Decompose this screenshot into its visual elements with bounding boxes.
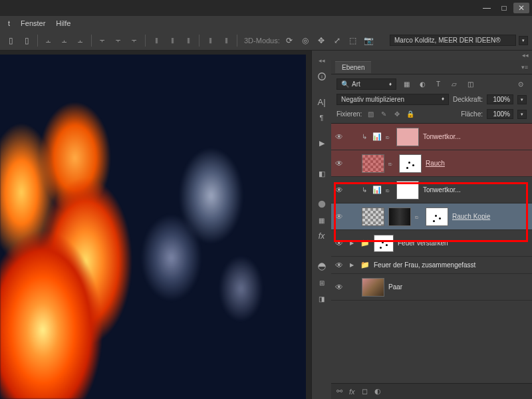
- levels-adj-icon: 📊: [372, 132, 382, 141]
- lock-transparency-icon[interactable]: ▨: [366, 110, 375, 119]
- fill-arrow[interactable]: ▾: [517, 110, 527, 119]
- distribute-icon[interactable]: ⦀: [166, 34, 179, 47]
- maximize-button[interactable]: □: [496, 3, 512, 13]
- layer-name[interactable]: Rauch: [426, 160, 445, 167]
- group-expand-icon[interactable]: ▶: [350, 240, 356, 246]
- workspace-dropdown[interactable]: Marco Kolditz, MEER DER IDEEN®: [390, 35, 516, 46]
- layers-panel: ◂◂ Ebenen ▾≡ 🔍 Art ♦ ▦ ◐ T ▱ ◫ ⊙: [331, 51, 532, 399]
- swatches-panel-icon[interactable]: ▦: [313, 213, 331, 227]
- lock-all-icon[interactable]: 🔒: [406, 110, 415, 119]
- navigator-panel-icon[interactable]: ◧: [313, 166, 331, 181]
- lock-pixels-icon[interactable]: ✎: [379, 110, 388, 119]
- layer-name[interactable]: Tonwertkor...: [423, 186, 461, 194]
- layer-mask-thumb[interactable]: [399, 154, 422, 173]
- history-panel-icon[interactable]: i: [313, 69, 331, 84]
- group-expand-icon[interactable]: ▶: [350, 262, 356, 268]
- opacity-arrow[interactable]: ▾: [517, 95, 527, 104]
- document-canvas[interactable]: [0, 55, 306, 399]
- align-icon[interactable]: ▯: [20, 34, 33, 47]
- filter-pixel-icon[interactable]: ▦: [400, 79, 412, 90]
- filter-type-icon[interactable]: T: [432, 79, 444, 90]
- layer-fx-icon[interactable]: fx: [349, 388, 355, 396]
- 3d-pan-icon[interactable]: ✥: [315, 34, 328, 47]
- 3d-camera-icon[interactable]: 📷: [362, 34, 376, 47]
- workspace-label: Marco Kolditz, MEER DER IDEEN®: [394, 37, 501, 44]
- filter-smart-icon[interactable]: ◫: [464, 79, 476, 90]
- distribute-icon[interactable]: ⦀: [182, 34, 195, 47]
- visibility-eye-icon[interactable]: 👁: [335, 283, 346, 292]
- menu-hilfe[interactable]: Hilfe: [51, 18, 76, 29]
- layer-thumb[interactable]: [362, 278, 384, 297]
- visibility-eye-icon[interactable]: 👁: [335, 239, 346, 248]
- layer-row[interactable]: 👁 ⎄ Rauch Kopie: [331, 203, 532, 230]
- layer-thumb[interactable]: [362, 154, 384, 173]
- visibility-eye-icon[interactable]: 👁: [335, 186, 346, 195]
- link-layers-icon[interactable]: ⚯: [336, 387, 342, 396]
- 3d-orbit-icon[interactable]: ⟳: [283, 34, 296, 47]
- workspace-arrow[interactable]: ▾: [519, 36, 528, 45]
- styles-panel-icon[interactable]: fx: [313, 229, 331, 243]
- align-right-icon[interactable]: ⫠: [74, 34, 87, 47]
- visibility-eye-icon[interactable]: 👁: [335, 132, 346, 142]
- layer-name[interactable]: Feuer der Frau, zusammengefasst: [374, 261, 475, 269]
- visibility-eye-icon[interactable]: 👁: [335, 212, 346, 221]
- layer-name[interactable]: Rauch Kopie: [452, 213, 490, 220]
- layer-row[interactable]: 👁 ▶ 📁 Feuer verstärken: [331, 230, 532, 257]
- layer-name[interactable]: Tonwertkor...: [423, 133, 461, 140]
- add-adjustment-icon[interactable]: ◐: [374, 387, 381, 396]
- menu-fenster[interactable]: Fenster: [15, 18, 51, 29]
- layer-mask-thumb[interactable]: [396, 128, 419, 146]
- menu-item[interactable]: t: [3, 18, 15, 29]
- opacity-input[interactable]: 100%: [487, 94, 513, 104]
- layer-mask-thumb[interactable]: [374, 235, 394, 252]
- distribute-icon[interactable]: ⦀: [150, 34, 163, 47]
- visibility-eye-icon[interactable]: 👁: [335, 159, 346, 168]
- 3d-scale-icon[interactable]: ⬚: [346, 34, 360, 47]
- layers-panel-icon[interactable]: ◨: [313, 291, 331, 306]
- filter-toggle-icon[interactable]: ⊙: [515, 79, 527, 90]
- align-top-icon[interactable]: ⫟: [96, 34, 109, 47]
- 3d-slide-icon[interactable]: ⤢: [331, 34, 344, 47]
- filter-shape-icon[interactable]: ▱: [448, 79, 460, 90]
- layer-mask-thumb[interactable]: [426, 207, 448, 226]
- play-panel-icon[interactable]: ▶: [313, 136, 331, 150]
- paragraph-panel-icon[interactable]: ¶: [313, 110, 331, 125]
- collapse-arrow-icon[interactable]: ◂◂: [519, 51, 532, 60]
- svg-point-2: [318, 201, 325, 208]
- adjustments-panel-icon[interactable]: [313, 259, 331, 274]
- panel-tab-ebenen[interactable]: Ebenen: [335, 61, 371, 73]
- align-left-icon[interactable]: ⫠: [42, 34, 55, 47]
- clip-arrow-icon: ↳: [362, 133, 368, 140]
- layer-name[interactable]: Paar: [388, 283, 402, 291]
- lock-position-icon[interactable]: ✥: [392, 110, 402, 119]
- fill-input[interactable]: 100%: [487, 109, 513, 119]
- layer-filter-kind[interactable]: 🔍 Art ♦: [336, 78, 396, 90]
- blend-mode-dropdown[interactable]: Negativ multiplizieren ♦: [336, 94, 449, 105]
- layer-row[interactable]: 👁 ▶ 📁 Feuer der Frau, zusammengefasst: [331, 257, 532, 274]
- close-button[interactable]: ✕: [513, 3, 529, 13]
- align-icon[interactable]: ▯: [4, 34, 17, 47]
- layer-row[interactable]: 👁 ↳ 📊 ⎄ Tonwertkor...: [331, 124, 532, 150]
- layer-mask-thumb[interactable]: [396, 181, 419, 200]
- align-center-icon[interactable]: ⫠: [58, 34, 71, 47]
- character-panel-icon[interactable]: A|: [313, 94, 331, 109]
- layer-thumb[interactable]: [388, 207, 411, 226]
- add-mask-icon[interactable]: ◻: [362, 387, 368, 396]
- distribute-icon[interactable]: ⦀: [203, 34, 217, 47]
- panel-menu-icon[interactable]: ▾≡: [521, 64, 528, 70]
- collapse-arrow-icon[interactable]: ◂◂: [313, 53, 331, 68]
- distribute-icon[interactable]: ⦀: [219, 34, 233, 47]
- color-panel-icon[interactable]: [313, 197, 331, 211]
- layer-row[interactable]: 👁 Paar: [331, 274, 532, 301]
- layer-thumb[interactable]: [362, 207, 384, 226]
- align-bottom-icon[interactable]: ⫟: [128, 34, 141, 47]
- visibility-eye-icon[interactable]: 👁: [335, 261, 346, 270]
- properties-panel-icon[interactable]: ⊞: [313, 275, 331, 290]
- minimize-button[interactable]: —: [479, 3, 495, 13]
- 3d-roll-icon[interactable]: ◎: [299, 34, 312, 47]
- layer-name[interactable]: Feuer verstärken: [398, 239, 448, 247]
- layer-row[interactable]: 👁 ⎄ Rauch: [331, 150, 532, 177]
- align-middle-icon[interactable]: ⫟: [112, 34, 125, 47]
- filter-adjust-icon[interactable]: ◐: [416, 79, 428, 90]
- layer-row[interactable]: 👁 ↳ 📊 ⎄ Tonwertkor...: [331, 177, 532, 203]
